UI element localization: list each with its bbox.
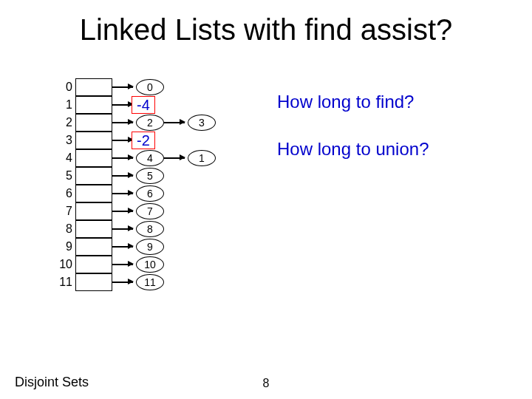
array-index: 4 [58, 151, 72, 165]
question-union: How long to union? [277, 139, 429, 160]
array-index: 2 [58, 116, 72, 129]
array-cell [75, 132, 112, 149]
linked-list-diagram: 0 0 1 2 2 3 3 4 4 1 5 5 6 6 7 7 8 8 9 9 … [58, 78, 257, 315]
array-index: 9 [58, 240, 72, 253]
overlay-neg2: -2 [132, 132, 155, 149]
pointer-arrow [112, 246, 133, 248]
array-index: 11 [53, 276, 72, 289]
pointer-arrow [112, 193, 133, 194]
pointer-arrow [112, 211, 133, 212]
list-node: 9 [136, 239, 164, 255]
pointer-arrow [112, 175, 133, 177]
array-index: 7 [58, 205, 72, 218]
array-cell [75, 220, 112, 238]
array-cell [75, 256, 112, 273]
footer-text: Disjoint Sets [15, 375, 89, 390]
pointer-arrow [112, 228, 133, 230]
overlay-neg4: -4 [132, 96, 155, 114]
array-cell [75, 202, 112, 220]
list-node: 4 [136, 150, 164, 166]
pointer-arrow [112, 157, 133, 159]
array-cell [75, 114, 112, 132]
question-find: How long to find? [277, 92, 414, 112]
list-node: 8 [136, 221, 164, 237]
pointer-arrow [164, 157, 185, 159]
slide-title: Linked Lists with find assist? [0, 13, 532, 47]
array-cell [75, 96, 112, 114]
list-node: 2 [136, 115, 164, 131]
array-index: 0 [58, 81, 72, 94]
list-node: 6 [136, 185, 164, 202]
list-node: 11 [136, 274, 164, 290]
list-node: 10 [136, 256, 164, 273]
array-cell [75, 149, 112, 167]
pointer-arrow [164, 122, 185, 123]
page-number: 8 [263, 377, 270, 390]
array-cell [75, 167, 112, 185]
list-node: 3 [188, 115, 216, 131]
pointer-arrow [112, 140, 133, 141]
pointer-arrow [112, 86, 133, 88]
array-index: 1 [58, 98, 72, 112]
list-node: 1 [188, 150, 216, 166]
array-index: 6 [58, 187, 72, 200]
array-index: 3 [58, 134, 72, 147]
array-index: 8 [58, 222, 72, 236]
list-node: 7 [136, 203, 164, 219]
pointer-arrow [112, 264, 133, 265]
list-node: 0 [136, 79, 164, 95]
array-index: 5 [58, 169, 72, 183]
pointer-arrow [112, 104, 133, 106]
array-cell [75, 273, 112, 291]
pointer-arrow [112, 282, 133, 283]
array-index: 10 [53, 258, 72, 271]
pointer-arrow [112, 122, 133, 123]
array-cell [75, 238, 112, 256]
list-node: 5 [136, 168, 164, 184]
array-cell [75, 78, 112, 96]
array-cell [75, 185, 112, 202]
